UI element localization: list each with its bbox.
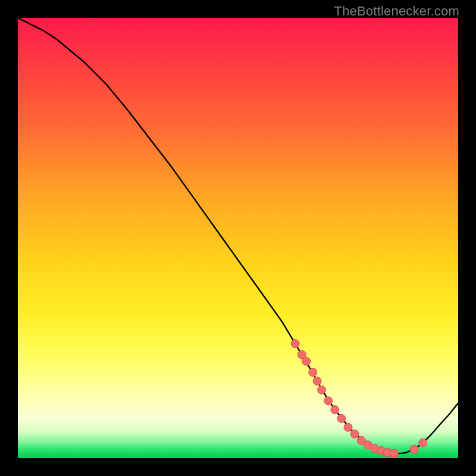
curve-marker [344,423,352,431]
attribution-text: TheBottlenecker.com [334,4,459,19]
curve-marker [410,445,418,453]
curve-marker [309,368,317,377]
bottleneck-curve [18,18,458,454]
curve-marker [291,340,299,348]
curve-marker [390,449,399,458]
chart-frame: TheBottlenecker.com [0,0,476,476]
curve-marker [313,377,321,386]
curve-marker [337,414,346,422]
curve-marker [324,397,333,405]
curve-marker [302,357,311,365]
curve-marker [419,439,427,447]
curve-markers [291,340,427,458]
curve-marker [350,430,359,438]
curve-overlay [18,18,458,458]
curve-marker [331,406,339,414]
curve-marker [318,386,326,394]
